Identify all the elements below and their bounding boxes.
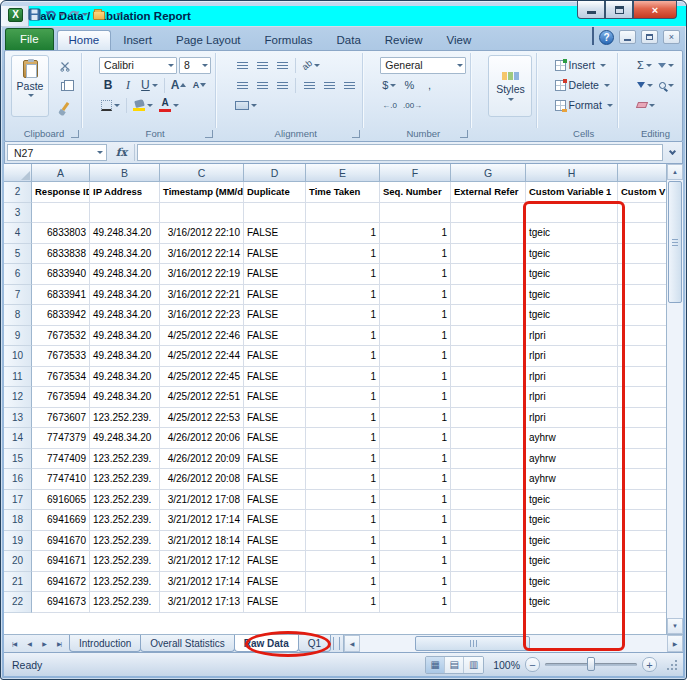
cell[interactable]: 6941669 [32,510,90,531]
cell[interactable]: 4/25/2012 22:45 [160,367,244,388]
cell[interactable]: 1 [306,264,380,285]
cell[interactable]: rlpri [526,387,618,408]
sheet-tab-introduction[interactable]: Introduction [69,635,141,652]
cell[interactable] [306,203,380,224]
qat-customize-button[interactable] [110,7,126,23]
cell[interactable] [451,469,526,490]
horizontal-scrollbar[interactable]: ◀ ▶ [343,635,683,652]
cell[interactable]: 1 [380,387,451,408]
cell[interactable]: 4/25/2012 22:46 [160,326,244,347]
cell[interactable]: 7673594 [32,387,90,408]
horizontal-scroll-track[interactable] [360,635,667,652]
cell[interactable]: 3/21/2012 17:12 [160,551,244,572]
decrease-font-size-button[interactable]: A [190,76,208,94]
align-right-button[interactable] [273,76,291,94]
row-header-19[interactable]: 19 [4,531,32,552]
ribbon-tab-page-layout[interactable]: Page Layout [164,30,253,51]
cell[interactable]: 7673607 [32,408,90,429]
ribbon-tab-insert[interactable]: Insert [111,30,164,51]
cell[interactable]: tgeic [526,305,618,326]
cell[interactable] [618,592,666,613]
cell[interactable] [618,428,666,449]
cell[interactable]: 123.252.239. [90,449,160,470]
name-box[interactable]: N27 [7,144,107,161]
clipboard-dialog-launcher[interactable] [71,130,79,138]
sort-filter-button[interactable] [656,56,676,74]
cell[interactable] [451,572,526,593]
vertical-scroll-thumb[interactable] [668,181,682,303]
underline-button[interactable]: U [139,76,160,94]
cell[interactable]: 3/21/2012 17:13 [160,592,244,613]
cell[interactable]: FALSE [244,223,306,244]
cell[interactable]: ayhrw [526,469,618,490]
cell[interactable]: 1 [380,264,451,285]
cell[interactable]: 1 [380,490,451,511]
cell[interactable]: 3/16/2012 22:21 [160,285,244,306]
row-header-21[interactable]: 21 [4,572,32,593]
cell[interactable] [451,367,526,388]
cell[interactable]: 1 [380,572,451,593]
cell[interactable]: 123.252.239. [90,592,160,613]
save-button[interactable] [26,7,42,23]
cell[interactable]: 1 [380,551,451,572]
row-header-10[interactable]: 10 [4,346,32,367]
cell[interactable]: 3/21/2012 18:14 [160,531,244,552]
cell[interactable] [451,244,526,265]
font-size-select[interactable]: 8 [179,57,211,74]
cell[interactable]: 6833941 [32,285,90,306]
ribbon-tab-home[interactable]: Home [57,30,112,51]
cell[interactable]: 1 [380,244,451,265]
cell[interactable]: rlpri [526,326,618,347]
cell[interactable]: 6941671 [32,551,90,572]
autosum-button[interactable]: Σ [635,56,654,74]
column-header-g[interactable]: G [451,164,526,181]
cell[interactable]: 7747409 [32,449,90,470]
cell[interactable]: rlpri [526,346,618,367]
open-button[interactable] [91,7,107,23]
cell[interactable] [618,551,666,572]
cell[interactable]: FALSE [244,305,306,326]
cell[interactable]: 7673534 [32,367,90,388]
normal-view-button[interactable]: ▦ [426,657,445,673]
cell[interactable]: Duplicate [244,182,306,203]
cut-button[interactable] [53,57,77,75]
decrease-indent-button[interactable] [300,76,318,94]
cell[interactable]: 49.248.34.20 [90,346,160,367]
cell[interactable]: 1 [306,592,380,613]
cell[interactable]: 1 [380,285,451,306]
decrease-decimal-button[interactable]: .00→ [401,96,424,114]
cell[interactable] [451,285,526,306]
cell[interactable]: 7747379 [32,428,90,449]
copy-button[interactable] [53,77,77,95]
cell[interactable]: External Refer [451,182,526,203]
cell[interactable] [618,531,666,552]
cell[interactable]: 3/16/2012 22:23 [160,305,244,326]
cell[interactable]: ayhrw [526,449,618,470]
cell[interactable] [451,592,526,613]
cell[interactable] [618,305,666,326]
cell[interactable]: Seq. Number [380,182,451,203]
cell[interactable]: FALSE [244,428,306,449]
cell[interactable]: 49.248.34.20 [90,428,160,449]
zoom-slider[interactable] [545,663,637,666]
row-header-9[interactable]: 9 [4,326,32,347]
sheet-tab-q1[interactable]: Q1 [298,635,331,652]
cell[interactable] [451,305,526,326]
cell[interactable] [451,408,526,429]
cell[interactable]: 1 [380,408,451,429]
cell[interactable]: 6916065 [32,490,90,511]
fill-color-button[interactable] [131,96,155,114]
cell[interactable]: 3/21/2012 17:08 [160,490,244,511]
column-header-f[interactable]: F [380,164,451,181]
row-header-13[interactable]: 13 [4,408,32,429]
cell[interactable]: tgeic [526,592,618,613]
formula-input[interactable] [137,144,663,161]
row-header-2[interactable]: 2 [4,182,32,203]
cell[interactable]: FALSE [244,346,306,367]
redo-button[interactable] [68,7,88,23]
cell[interactable]: 1 [306,531,380,552]
wrap-text-button[interactable] [340,76,358,94]
cell[interactable]: 123.252.239. [90,572,160,593]
borders-button[interactable] [99,96,122,114]
cell[interactable]: 123.252.239. [90,510,160,531]
